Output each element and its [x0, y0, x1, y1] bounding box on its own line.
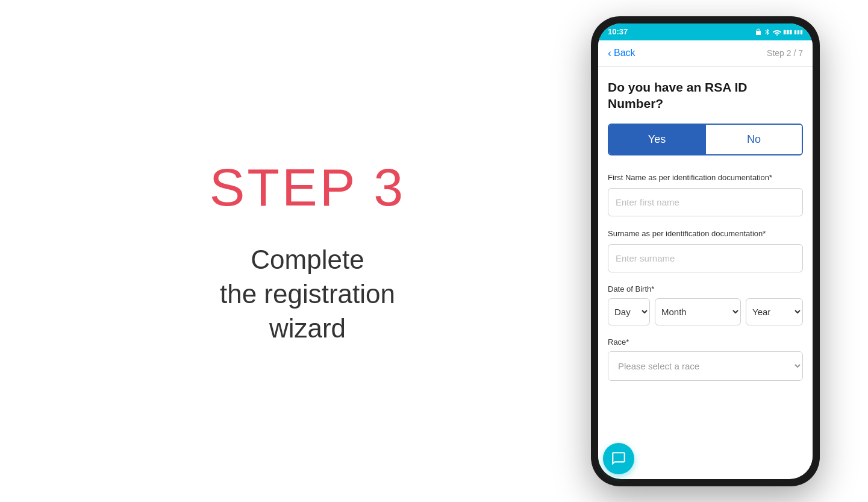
surname-input[interactable]: [608, 244, 803, 272]
page-container: STEP 3 Complete the registration wizard …: [0, 0, 868, 502]
description-line3: wizard: [269, 313, 346, 343]
no-button[interactable]: No: [705, 125, 802, 154]
left-content: STEP 3 Complete the registration wizard: [60, 157, 591, 346]
bluetooth-icon: [764, 28, 771, 36]
phone-wrapper: 10:37 ▮▮▮ ▮▮▮ ‹ Back Step 2 / 7: [591, 16, 820, 486]
back-button[interactable]: ‹ Back: [608, 47, 635, 60]
dob-label: Date of Birth*: [608, 284, 803, 293]
status-time: 10:37: [608, 27, 628, 36]
signal-bars: ▮▮▮: [783, 29, 792, 35]
chat-icon: [611, 451, 626, 466]
year-select[interactable]: Year: [746, 298, 803, 325]
step-title: STEP 3: [210, 157, 406, 218]
step-description: Complete the registration wizard: [220, 242, 395, 346]
month-select[interactable]: Month: [655, 298, 741, 325]
nav-bar: ‹ Back Step 2 / 7: [598, 40, 813, 67]
status-icons: ▮▮▮ ▮▮▮: [755, 28, 803, 36]
description-line2: the registration: [220, 279, 395, 309]
battery-icon: ▮▮▮: [794, 29, 803, 35]
wifi-icon: [773, 28, 781, 36]
lock-icon: [755, 28, 762, 36]
first-name-label: First Name as per identification documen…: [608, 172, 803, 183]
step-indicator: Step 2 / 7: [767, 48, 803, 58]
yes-button[interactable]: Yes: [609, 125, 705, 154]
first-name-input[interactable]: [608, 188, 803, 216]
rsa-question: Do you have an RSA ID Number?: [608, 79, 803, 112]
status-bar: 10:37 ▮▮▮ ▮▮▮: [598, 24, 813, 40]
day-select[interactable]: Day: [608, 298, 650, 325]
dob-selects: Day Month Year: [608, 298, 803, 325]
phone-frame: 10:37 ▮▮▮ ▮▮▮ ‹ Back Step 2 / 7: [591, 16, 820, 486]
description-line1: Complete: [251, 245, 364, 274]
race-select[interactable]: Please select a race: [608, 352, 802, 380]
chat-button[interactable]: [603, 443, 634, 474]
race-select-container: Please select a race: [608, 351, 803, 381]
race-label: Race*: [608, 337, 803, 347]
back-label: Back: [614, 48, 635, 58]
yes-no-toggle: Yes No: [608, 124, 803, 155]
surname-label: Surname as per identification documentat…: [608, 228, 803, 239]
phone-screen: 10:37 ▮▮▮ ▮▮▮ ‹ Back Step 2 / 7: [598, 24, 813, 479]
screen-content: Do you have an RSA ID Number? Yes No Fir…: [598, 67, 813, 479]
back-chevron-icon: ‹: [608, 47, 611, 60]
